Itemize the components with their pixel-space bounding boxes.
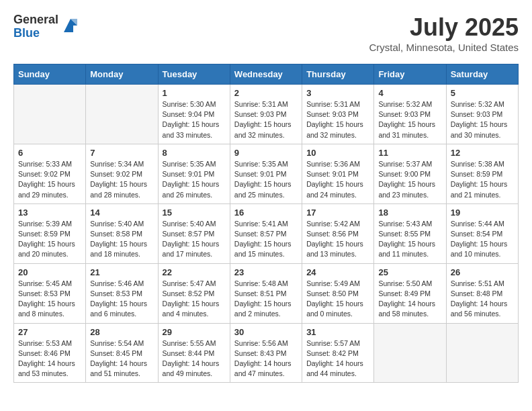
header-row: SundayMondayTuesdayWednesdayThursdayFrid… (14, 64, 519, 85)
day-info: Sunrise: 5:57 AMSunset: 8:42 PMDaylight:… (306, 338, 369, 379)
day-number: 4 (378, 88, 441, 98)
day-info: Sunrise: 5:54 AMSunset: 8:45 PMDaylight:… (90, 338, 153, 379)
day-number: 13 (18, 208, 81, 218)
day-cell: 28Sunrise: 5:54 AMSunset: 8:45 PMDayligh… (86, 323, 158, 383)
day-number: 27 (18, 327, 81, 337)
day-number: 24 (306, 267, 369, 277)
day-number: 19 (451, 208, 514, 218)
day-cell: 17Sunrise: 5:42 AMSunset: 8:56 PMDayligh… (302, 203, 374, 263)
day-cell (446, 323, 518, 383)
logo-general: General (13, 13, 58, 27)
day-info: Sunrise: 5:49 AMSunset: 8:50 PMDaylight:… (306, 279, 369, 320)
day-cell: 26Sunrise: 5:51 AMSunset: 8:48 PMDayligh… (446, 263, 518, 323)
day-number: 1 (163, 88, 226, 98)
day-cell: 18Sunrise: 5:43 AMSunset: 8:55 PMDayligh… (374, 203, 446, 263)
day-cell: 10Sunrise: 5:36 AMSunset: 9:01 PMDayligh… (302, 144, 374, 203)
day-cell: 29Sunrise: 5:55 AMSunset: 8:44 PMDayligh… (158, 323, 230, 383)
day-number: 16 (234, 208, 298, 218)
day-cell: 13Sunrise: 5:39 AMSunset: 8:59 PMDayligh… (14, 203, 86, 263)
day-number: 20 (18, 267, 81, 277)
col-header-wednesday: Wednesday (230, 64, 302, 85)
logo: General Blue (13, 13, 80, 40)
day-number: 22 (163, 267, 226, 277)
week-row-1: 1Sunrise: 5:30 AMSunset: 9:04 PMDaylight… (14, 85, 519, 144)
day-cell: 1Sunrise: 5:30 AMSunset: 9:04 PMDaylight… (158, 85, 230, 144)
day-cell (14, 85, 86, 144)
day-cell: 7Sunrise: 5:34 AMSunset: 9:02 PMDaylight… (86, 144, 158, 203)
day-cell: 5Sunrise: 5:32 AMSunset: 9:03 PMDaylight… (446, 85, 518, 144)
day-info: Sunrise: 5:53 AMSunset: 8:46 PMDaylight:… (18, 338, 81, 379)
day-number: 30 (234, 327, 298, 337)
day-cell: 23Sunrise: 5:48 AMSunset: 8:51 PMDayligh… (230, 263, 302, 323)
day-number: 6 (18, 148, 81, 158)
day-number: 26 (451, 267, 514, 277)
day-info: Sunrise: 5:42 AMSunset: 8:56 PMDaylight:… (306, 219, 369, 260)
day-info: Sunrise: 5:50 AMSunset: 8:49 PMDaylight:… (378, 279, 441, 320)
day-number: 9 (234, 148, 298, 158)
week-row-4: 20Sunrise: 5:45 AMSunset: 8:53 PMDayligh… (14, 263, 519, 323)
calendar-table: SundayMondayTuesdayWednesdayThursdayFrid… (13, 64, 519, 383)
day-number: 31 (306, 327, 369, 337)
day-info: Sunrise: 5:51 AMSunset: 8:48 PMDaylight:… (451, 279, 514, 320)
day-number: 10 (306, 148, 369, 158)
day-cell: 2Sunrise: 5:31 AMSunset: 9:03 PMDaylight… (230, 85, 302, 144)
day-number: 23 (234, 267, 298, 277)
day-cell: 25Sunrise: 5:50 AMSunset: 8:49 PMDayligh… (374, 263, 446, 323)
col-header-monday: Monday (86, 64, 158, 85)
logo-blue: Blue (13, 27, 58, 40)
day-info: Sunrise: 5:38 AMSunset: 8:59 PMDaylight:… (451, 159, 514, 200)
day-cell (374, 323, 446, 383)
location: Crystal, Minnesota, United States (369, 42, 519, 53)
day-cell: 8Sunrise: 5:35 AMSunset: 9:01 PMDaylight… (158, 144, 230, 203)
day-info: Sunrise: 5:41 AMSunset: 8:57 PMDaylight:… (234, 219, 298, 260)
day-info: Sunrise: 5:56 AMSunset: 8:43 PMDaylight:… (234, 338, 298, 379)
day-cell: 9Sunrise: 5:35 AMSunset: 9:01 PMDaylight… (230, 144, 302, 203)
day-info: Sunrise: 5:40 AMSunset: 8:58 PMDaylight:… (90, 219, 153, 260)
day-cell: 14Sunrise: 5:40 AMSunset: 8:58 PMDayligh… (86, 203, 158, 263)
day-cell: 15Sunrise: 5:40 AMSunset: 8:57 PMDayligh… (158, 203, 230, 263)
day-cell: 6Sunrise: 5:33 AMSunset: 9:02 PMDaylight… (14, 144, 86, 203)
day-info: Sunrise: 5:32 AMSunset: 9:03 PMDaylight:… (451, 99, 514, 140)
week-row-2: 6Sunrise: 5:33 AMSunset: 9:02 PMDaylight… (14, 144, 519, 203)
month-title: July 2025 (369, 13, 519, 42)
day-cell (86, 85, 158, 144)
day-number: 25 (378, 267, 441, 277)
day-cell: 31Sunrise: 5:57 AMSunset: 8:42 PMDayligh… (302, 323, 374, 383)
logo-icon (61, 16, 80, 35)
day-number: 2 (234, 88, 298, 98)
day-number: 28 (90, 327, 153, 337)
page-header: General Blue July 2025 Crystal, Minnesot… (13, 13, 519, 53)
day-cell: 20Sunrise: 5:45 AMSunset: 8:53 PMDayligh… (14, 263, 86, 323)
week-row-5: 27Sunrise: 5:53 AMSunset: 8:46 PMDayligh… (14, 323, 519, 383)
day-number: 18 (378, 208, 441, 218)
day-info: Sunrise: 5:34 AMSunset: 9:02 PMDaylight:… (90, 159, 153, 200)
day-number: 29 (163, 327, 226, 337)
day-number: 14 (90, 208, 153, 218)
day-cell: 11Sunrise: 5:37 AMSunset: 9:00 PMDayligh… (374, 144, 446, 203)
day-info: Sunrise: 5:35 AMSunset: 9:01 PMDaylight:… (163, 159, 226, 200)
day-info: Sunrise: 5:55 AMSunset: 8:44 PMDaylight:… (163, 338, 226, 379)
day-number: 3 (306, 88, 369, 98)
day-info: Sunrise: 5:31 AMSunset: 9:03 PMDaylight:… (234, 99, 298, 140)
day-info: Sunrise: 5:30 AMSunset: 9:04 PMDaylight:… (163, 99, 226, 140)
day-number: 17 (306, 208, 369, 218)
day-number: 21 (90, 267, 153, 277)
day-cell: 27Sunrise: 5:53 AMSunset: 8:46 PMDayligh… (14, 323, 86, 383)
logo-text: General Blue (13, 13, 58, 40)
day-number: 15 (163, 208, 226, 218)
day-cell: 22Sunrise: 5:47 AMSunset: 8:52 PMDayligh… (158, 263, 230, 323)
col-header-friday: Friday (374, 64, 446, 85)
col-header-thursday: Thursday (302, 64, 374, 85)
day-info: Sunrise: 5:48 AMSunset: 8:51 PMDaylight:… (234, 279, 298, 320)
day-number: 5 (451, 88, 514, 98)
day-info: Sunrise: 5:40 AMSunset: 8:57 PMDaylight:… (163, 219, 226, 260)
day-cell: 21Sunrise: 5:46 AMSunset: 8:53 PMDayligh… (86, 263, 158, 323)
day-cell: 19Sunrise: 5:44 AMSunset: 8:54 PMDayligh… (446, 203, 518, 263)
col-header-tuesday: Tuesday (158, 64, 230, 85)
day-info: Sunrise: 5:36 AMSunset: 9:01 PMDaylight:… (306, 159, 369, 200)
day-cell: 16Sunrise: 5:41 AMSunset: 8:57 PMDayligh… (230, 203, 302, 263)
col-header-saturday: Saturday (446, 64, 518, 85)
day-info: Sunrise: 5:47 AMSunset: 8:52 PMDaylight:… (163, 279, 226, 320)
day-info: Sunrise: 5:39 AMSunset: 8:59 PMDaylight:… (18, 219, 81, 260)
day-number: 7 (90, 148, 153, 158)
